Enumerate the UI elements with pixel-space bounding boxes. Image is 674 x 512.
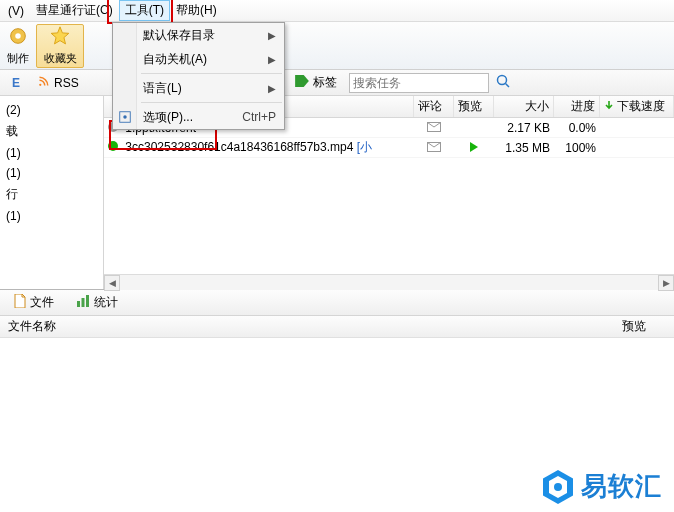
- svg-line-6: [505, 84, 509, 88]
- svg-point-3: [123, 115, 127, 119]
- svg-rect-11: [86, 295, 89, 307]
- size-cell: 1.35 MB: [494, 141, 554, 155]
- menu-passport[interactable]: 彗星通行证(C): [30, 0, 119, 21]
- filter-e[interactable]: E: [6, 74, 26, 92]
- filter-rss[interactable]: RSS: [32, 73, 85, 92]
- col-size[interactable]: 大小: [494, 96, 554, 117]
- gear-icon: [7, 25, 29, 50]
- sidebar: (2) 载 (1) (1) 行 (1): [0, 96, 104, 289]
- file-icon: [14, 294, 26, 311]
- menu-language[interactable]: 语言(L) ▶: [113, 76, 284, 100]
- detail-header: 文件名称 预览: [0, 316, 674, 338]
- e-icon: E: [12, 76, 20, 90]
- svg-point-4: [39, 84, 41, 86]
- col-comment[interactable]: 评论: [414, 96, 454, 117]
- svg-rect-9: [77, 301, 80, 307]
- detail-tabs: 文件 统计: [0, 290, 674, 316]
- col-download-speed-label: 下载速度: [617, 98, 665, 115]
- detail-col-filename[interactable]: 文件名称: [0, 318, 614, 335]
- sidebar-item[interactable]: (1): [2, 143, 101, 163]
- tab-stats[interactable]: 统计: [70, 292, 124, 313]
- watermark-icon: [543, 470, 573, 504]
- progress-cell: 0.0%: [554, 121, 600, 135]
- sidebar-item[interactable]: (1): [2, 206, 101, 226]
- search-input[interactable]: [353, 76, 503, 90]
- preview-cell[interactable]: [454, 141, 494, 155]
- make-button[interactable]: 制作: [0, 24, 36, 68]
- menu-separator: [141, 73, 282, 74]
- chevron-right-icon: ▶: [268, 83, 276, 94]
- svg-point-12: [554, 483, 562, 491]
- tab-stats-label: 统计: [94, 294, 118, 311]
- favorites-button[interactable]: 收藏夹: [36, 24, 84, 68]
- h-scrollbar[interactable]: ◀ ▶: [104, 274, 674, 289]
- chevron-right-icon: ▶: [268, 30, 276, 41]
- task-row[interactable]: 3cc302532830f61c4a18436168ff57b3.mp4 [小 …: [104, 138, 674, 158]
- comment-cell[interactable]: [414, 121, 454, 135]
- sidebar-item[interactable]: (1): [2, 163, 101, 183]
- task-name: 3cc302532830f61c4a18436168ff57b3.mp4: [125, 140, 353, 154]
- menu-default-folder[interactable]: 默认保存目录 ▶: [113, 23, 284, 47]
- comment-cell[interactable]: [414, 141, 454, 155]
- detail-col-preview[interactable]: 预览: [614, 318, 674, 335]
- chevron-right-icon: ▶: [268, 54, 276, 65]
- stats-icon: [76, 295, 90, 310]
- progress-cell: 100%: [554, 141, 600, 155]
- size-cell: 2.17 KB: [494, 121, 554, 135]
- sidebar-item[interactable]: 载: [2, 120, 101, 143]
- col-download-speed[interactable]: 下载速度: [600, 96, 674, 117]
- menu-view[interactable]: (V): [2, 2, 30, 20]
- menu-auto-shutdown[interactable]: 自动关机(A) ▶: [113, 47, 284, 71]
- search-box[interactable]: [349, 73, 489, 93]
- sidebar-item[interactable]: (2): [2, 100, 101, 120]
- envelope-icon: [427, 141, 441, 155]
- watermark-text: 易软汇: [581, 469, 662, 504]
- status-dot-icon: [108, 141, 118, 151]
- svg-point-5: [497, 76, 506, 85]
- sidebar-item[interactable]: 行: [2, 183, 101, 206]
- download-arrow-icon: [604, 100, 614, 114]
- toolbar: 制作 收藏夹: [0, 22, 674, 70]
- menu-tools[interactable]: 工具(T): [119, 0, 170, 21]
- task-suffix: [小: [357, 140, 372, 154]
- make-label: 制作: [7, 51, 29, 66]
- menu-options[interactable]: 选项(P)... Ctrl+P: [113, 105, 284, 129]
- menu-auto-shutdown-label: 自动关机(A): [143, 51, 207, 68]
- col-preview[interactable]: 预览: [454, 96, 494, 117]
- menu-separator: [141, 102, 282, 103]
- scroll-right-icon[interactable]: ▶: [658, 275, 674, 289]
- menubar: (V) 彗星通行证(C) 工具(T) 帮助(H): [0, 0, 674, 22]
- filter-bar: E RSS 标签: [0, 70, 674, 96]
- detail-body: [0, 338, 674, 488]
- tab-file-label: 文件: [30, 294, 54, 311]
- menu-options-label: 选项(P)...: [143, 109, 193, 126]
- tag-button[interactable]: 标签: [289, 72, 343, 93]
- main-area: (2) 载 (1) (1) 行 (1) 评论 预览 大小 进度 下载速度 1.p…: [0, 96, 674, 290]
- scroll-left-icon[interactable]: ◀: [104, 275, 120, 289]
- star-icon: [49, 25, 71, 50]
- tag-label: 标签: [313, 74, 337, 91]
- watermark: 易软汇: [543, 469, 662, 504]
- menu-options-hotkey: Ctrl+P: [242, 110, 276, 124]
- menu-language-label: 语言(L): [143, 80, 182, 97]
- tab-file[interactable]: 文件: [8, 292, 60, 313]
- options-icon: [117, 109, 133, 125]
- envelope-icon: [427, 121, 441, 135]
- menu-tools-dropdown: 默认保存目录 ▶ 自动关机(A) ▶ 语言(L) ▶ 选项(P)... Ctrl…: [112, 22, 285, 130]
- menu-help[interactable]: 帮助(H): [170, 0, 223, 21]
- rss-icon: [38, 75, 50, 90]
- menu-default-folder-label: 默认保存目录: [143, 27, 215, 44]
- favorites-label: 收藏夹: [44, 51, 77, 66]
- tag-icon: [295, 75, 309, 90]
- filter-rss-label: RSS: [54, 76, 79, 90]
- svg-rect-10: [82, 298, 85, 307]
- col-progress[interactable]: 进度: [554, 96, 600, 117]
- search-icon[interactable]: [495, 73, 511, 92]
- svg-point-1: [15, 33, 21, 39]
- play-icon: [469, 141, 479, 155]
